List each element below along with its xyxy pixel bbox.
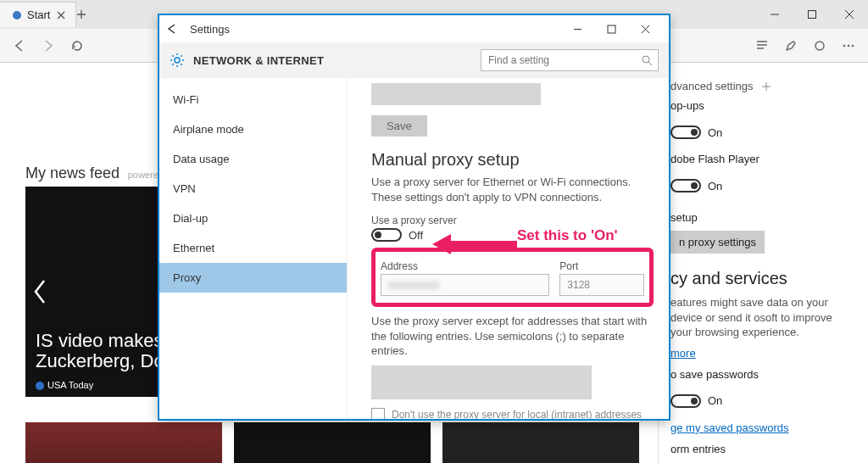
story-thumbs (25, 422, 639, 463)
edge-minimize-button[interactable] (756, 0, 793, 29)
browser-tab[interactable]: Start (0, 2, 76, 27)
tab-close-button[interactable] (55, 9, 67, 21)
privacy-hint: eatures might save data on your device o… (670, 295, 856, 340)
pin-icon (760, 81, 772, 92)
address-input[interactable]: xxxxxxxxxx (381, 274, 549, 296)
nav-back-button[interactable] (7, 33, 32, 59)
exceptions-input[interactable] (371, 365, 592, 399)
arrow-left-icon (166, 23, 178, 35)
settings-window-title: Settings (190, 23, 230, 36)
nav-forward-button[interactable] (36, 33, 61, 59)
more-button[interactable] (836, 33, 861, 59)
settings-search[interactable] (481, 49, 659, 71)
formentries-label: orm entries (670, 443, 856, 455)
port-input[interactable]: 3128 (559, 274, 644, 296)
svg-point-8 (643, 56, 649, 63)
tab-title: Start (27, 8, 50, 21)
maximize-icon (807, 9, 817, 20)
save-button[interactable]: Save (371, 115, 427, 137)
story-thumb[interactable] (234, 422, 431, 463)
reading-view-button[interactable] (749, 33, 775, 59)
toggle-on-icon (670, 179, 701, 192)
manual-proxy-heading: Manual proxy setup (371, 150, 654, 170)
settings-content: Save Manual proxy setup Use a proxy serv… (348, 78, 669, 419)
learn-more-link[interactable]: more (670, 347, 696, 360)
plus-icon (76, 9, 86, 20)
settings-back-button[interactable] (166, 23, 186, 35)
toggle-on-icon (670, 394, 701, 408)
svg-point-0 (13, 11, 21, 20)
refresh-button[interactable] (64, 33, 90, 59)
sidebar-item-dialup[interactable]: Dial-up (159, 204, 347, 233)
settings-sidebar: Wi-Fi Airplane mode Data usage VPN Dial-… (159, 78, 348, 419)
pin-button[interactable] (760, 81, 772, 92)
annotation-text: Set this to 'On' (517, 227, 618, 244)
svg-point-4 (848, 44, 850, 47)
address-label: Address (381, 260, 549, 272)
arrow-right-icon (42, 39, 55, 53)
adv-title: dvanced settings (670, 80, 754, 92)
use-proxy-label: Use a proxy server (371, 215, 654, 226)
minimize-icon (770, 9, 780, 20)
sidebar-item-proxy[interactable]: Proxy (159, 263, 347, 293)
savepw-toggle[interactable]: On (670, 394, 722, 408)
sidebar-item-airplane[interactable]: Airplane mode (159, 114, 347, 144)
settings-close-button[interactable] (628, 15, 662, 42)
sidebar-item-wifi[interactable]: Wi-Fi (159, 85, 347, 114)
popups-label: op-ups (670, 99, 856, 112)
settings-window: Settings NETWORK & INTERNET Wi-Fi Airpla… (158, 14, 670, 421)
gear-icon (170, 53, 185, 68)
settings-maximize-button[interactable] (594, 15, 628, 42)
web-notes-button[interactable] (778, 33, 804, 59)
popups-toggle[interactable]: On (670, 126, 722, 139)
script-address-field[interactable] (371, 83, 541, 105)
svg-point-2 (815, 42, 824, 50)
sidebar-item-ethernet[interactable]: Ethernet (159, 233, 347, 263)
edge-close-button[interactable] (831, 0, 868, 29)
minimize-icon (573, 25, 582, 34)
manage-passwords-link[interactable]: ge my saved passwords (670, 421, 788, 434)
flash-toggle[interactable]: On (670, 179, 722, 192)
setup-label: setup (670, 211, 856, 224)
svg-point-3 (843, 44, 846, 47)
checkbox-icon (371, 408, 385, 419)
story-thumb[interactable] (442, 422, 639, 463)
more-icon (842, 39, 855, 53)
hero-source: USA Today (36, 380, 93, 390)
open-proxy-settings-button[interactable]: n proxy settings (670, 231, 765, 254)
use-proxy-state: Off (409, 229, 423, 242)
new-tab-button[interactable] (76, 9, 102, 20)
close-icon (844, 9, 854, 20)
toggle-off-icon (371, 228, 402, 242)
svg-rect-1 (809, 11, 816, 19)
edge-maximize-button[interactable] (793, 0, 831, 29)
settings-category-title: NETWORK & INTERNET (193, 54, 324, 67)
toggle-on-icon (670, 126, 701, 139)
refresh-icon (70, 39, 84, 53)
hero-prev-button[interactable] (32, 279, 47, 304)
share-button[interactable] (807, 33, 832, 59)
savepw-label: o save passwords (670, 368, 856, 381)
svg-point-5 (852, 44, 854, 47)
sidebar-item-vpn[interactable]: VPN (159, 174, 347, 204)
settings-search-input[interactable] (487, 53, 641, 67)
pen-icon (784, 39, 798, 53)
reading-list-icon (755, 39, 769, 53)
edge-advanced-settings-pane: dvanced settings op-ups On dobe Flash Pl… (658, 63, 868, 463)
adv-back[interactable]: dvanced settings (670, 80, 856, 92)
newsfeed-title: My news feed (25, 165, 120, 181)
flash-label: dobe Flash Player (670, 153, 856, 165)
close-icon (57, 11, 65, 20)
settings-minimize-button[interactable] (560, 15, 594, 42)
sidebar-item-datausage[interactable]: Data usage (159, 144, 347, 174)
edge-logo-icon (12, 10, 22, 20)
use-proxy-toggle[interactable]: Off (371, 228, 423, 242)
local-intranet-checkbox[interactable]: Don't use the proxy server for local (in… (371, 408, 654, 419)
source-dot-icon (36, 382, 44, 390)
manual-proxy-hint: Use a proxy server for Ethernet or Wi-Fi… (371, 175, 654, 204)
search-icon (641, 54, 653, 66)
story-thumb[interactable] (25, 422, 222, 463)
chevron-left-icon (32, 279, 47, 304)
arrow-left-icon (13, 39, 26, 53)
svg-point-7 (175, 58, 180, 63)
